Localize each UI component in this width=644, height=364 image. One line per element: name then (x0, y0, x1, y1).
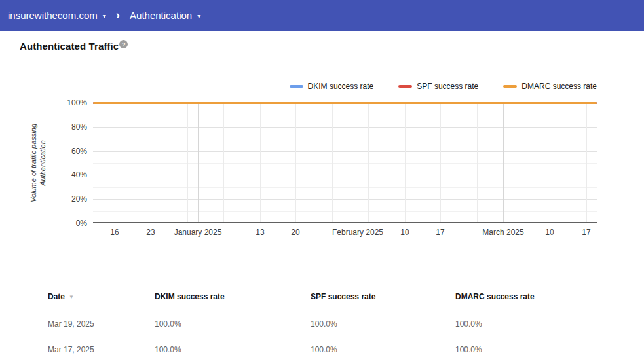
caret-down-icon: ▾ (197, 13, 200, 20)
horizontal-gridline (93, 175, 597, 175)
legend-item: SPF success rate (398, 82, 478, 91)
y-axis-tick-label: 60% (71, 147, 87, 156)
x-axis-tick-label-week: 23 (146, 228, 155, 237)
x-axis-tick-label-month: January 2025 (174, 228, 222, 237)
table-header-cell: DMARC success rate (455, 292, 535, 301)
legend-label: SPF success rate (417, 82, 478, 91)
legend-swatch (398, 85, 412, 88)
table-cell: 100.0% (455, 319, 482, 329)
vertical-gridline-week (260, 103, 261, 222)
x-axis-tick-label-week: 17 (436, 228, 444, 237)
chart-plot-area (93, 103, 597, 223)
vertical-gridline-week (477, 103, 478, 222)
table-header-cell: SPF success rate (311, 292, 375, 301)
vertical-gridline-week (440, 103, 441, 222)
vertical-gridline-week (332, 103, 333, 222)
vertical-gridline-week (295, 103, 296, 222)
domain-selector[interactable]: insurewithecom.com ▾ (8, 10, 106, 21)
vertical-gridline-month (198, 103, 199, 222)
horizontal-gridline (93, 151, 597, 152)
caret-down-icon: ▾ (103, 13, 106, 20)
x-axis-tick-label-week: 16 (110, 228, 119, 237)
table-row: Mar 19, 2025100.0%100.0%100.0% (36, 319, 626, 330)
chart-legend: DKIM success rateSPF success rateDMARC s… (93, 81, 597, 92)
x-axis-tick-label-week: 10 (400, 228, 409, 237)
legend-swatch (290, 85, 303, 88)
horizontal-gridline (93, 211, 597, 212)
postmaster-tools-page: insurewithecom.com ▾ › Authentication ▾ … (0, 0, 644, 364)
page-title-row: Authenticated Traffic ? (20, 41, 128, 52)
horizontal-gridline (93, 139, 597, 139)
x-axis-ticks: 1623January 20251320February 20251017Mar… (93, 228, 597, 238)
table-row: Mar 17, 2025100.0%100.0%100.0% (36, 345, 626, 355)
app-header: insurewithecom.com ▾ › Authentication ▾ (0, 0, 644, 31)
table-header-cell: DKIM success rate (155, 292, 225, 301)
x-axis-tick-label-month: March 2025 (482, 228, 523, 237)
vertical-gridline-week (187, 103, 188, 222)
table-cell: Mar 19, 2025 (48, 319, 94, 329)
vertical-gridline-week (151, 103, 151, 222)
table-header-cell[interactable]: Date▼ (48, 292, 74, 301)
chevron-right-icon: › (116, 9, 120, 21)
section-selector-label: Authentication (130, 10, 192, 21)
page-title: Authenticated Traffic (20, 41, 119, 52)
vertical-gridline-week (405, 103, 406, 222)
horizontal-gridline (93, 163, 597, 164)
section-selector[interactable]: Authentication ▾ (130, 10, 200, 21)
x-axis-tick-label-week: 13 (256, 228, 264, 237)
table-header-divider (36, 308, 626, 308)
legend-label: DKIM success rate (308, 82, 374, 91)
horizontal-gridline (93, 199, 597, 200)
legend-item: DMARC success rate (503, 82, 597, 91)
table-cell: 100.0% (155, 319, 181, 329)
horizontal-gridline (93, 187, 597, 188)
series-line-dmarc (93, 102, 597, 104)
auth-results-table: Date▼DKIM success rateSPF success rateDM… (36, 287, 626, 362)
sort-desc-icon: ▼ (69, 294, 74, 300)
vertical-gridline-week (223, 103, 224, 222)
horizontal-gridline (93, 127, 597, 128)
vertical-gridline-month (358, 103, 358, 222)
legend-item: DKIM success rate (290, 82, 374, 91)
y-axis-tick-label: 20% (71, 194, 87, 204)
vertical-gridline-week (550, 103, 550, 222)
y-axis-ticks: 100%80%60%40%20%0% (39, 103, 87, 223)
table-header-row: Date▼DKIM success rateSPF success rateDM… (36, 292, 626, 302)
y-axis-tick-label: 40% (71, 170, 87, 179)
table-cell: 100.0% (311, 319, 337, 329)
x-axis-tick-label-week: 20 (291, 228, 299, 237)
table-cell: Mar 17, 2025 (48, 345, 94, 354)
domain-selector-label: insurewithecom.com (8, 10, 98, 21)
table-cell: 100.0% (455, 345, 482, 354)
vertical-gridline-week (368, 103, 369, 222)
vertical-gridline-month (503, 103, 504, 222)
x-axis-tick-label-week: 10 (545, 228, 554, 237)
vertical-gridline-week (586, 103, 587, 222)
legend-swatch (503, 85, 517, 88)
legend-label: DMARC success rate (521, 82, 597, 91)
table-cell: 100.0% (311, 345, 337, 354)
x-axis-tick-label-month: February 2025 (332, 228, 383, 237)
table-cell: 100.0% (155, 345, 181, 354)
horizontal-gridline (93, 115, 597, 115)
y-axis-tick-label: 0% (76, 219, 87, 228)
vertical-gridline-week (115, 103, 115, 222)
help-icon[interactable]: ? (119, 40, 128, 48)
y-axis-tick-label: 100% (67, 98, 87, 107)
x-axis-tick-label-week: 17 (582, 228, 590, 237)
vertical-gridline-week (514, 103, 514, 222)
y-axis-tick-label: 80% (71, 122, 87, 132)
